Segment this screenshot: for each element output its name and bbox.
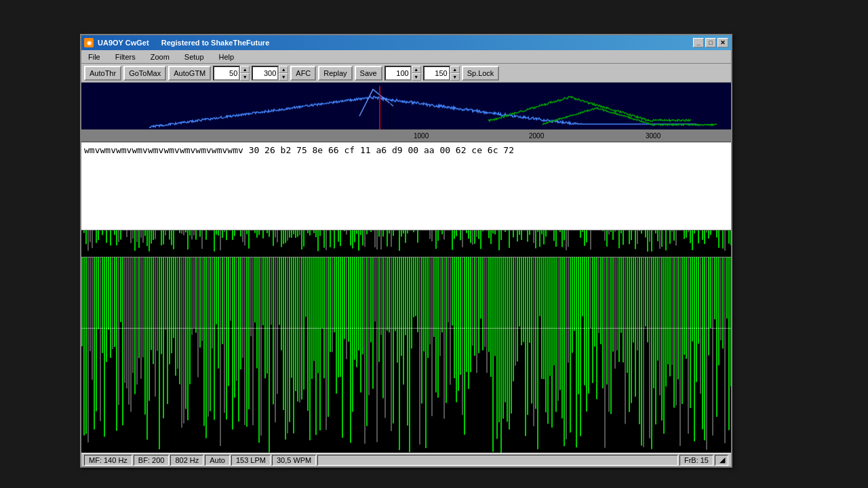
- status-lpm: 153 LPM: [231, 455, 271, 466]
- app-title: UA9OY CwGet: [98, 39, 149, 47]
- spinner2-arrows: ▲ ▼: [279, 66, 288, 81]
- menu-filters[interactable]: Filters: [111, 52, 140, 62]
- close-button[interactable]: ✕: [717, 38, 728, 47]
- toolbar: AutoThr GoToMax AutoGTM ▲ ▼ ▲ ▼ AFC Repl…: [81, 64, 731, 83]
- spinner4-down[interactable]: ▼: [450, 73, 460, 81]
- spinner1-group: ▲ ▼: [213, 66, 250, 81]
- spectrum-display[interactable]: [81, 83, 731, 130]
- spinner3-input[interactable]: [384, 66, 412, 81]
- app-subtitle: Registered to ShakeTheFuture: [161, 39, 270, 47]
- spinner2-up[interactable]: ▲: [279, 66, 288, 73]
- spinner4-arrows: ▲ ▼: [450, 66, 460, 81]
- menu-file[interactable]: File: [84, 52, 104, 62]
- spinner2-down[interactable]: ▼: [279, 73, 288, 81]
- spinner1-input[interactable]: [213, 66, 240, 81]
- autogtm-button[interactable]: AutoGTM: [168, 66, 211, 81]
- main-window: ◉ UA9OY CwGet Registered to ShakeTheFutu…: [80, 34, 732, 468]
- status-resize[interactable]: ◢: [715, 455, 728, 466]
- spinner4-group: ▲ ▼: [423, 66, 460, 81]
- freq-ruler: 1000 2000 3000: [81, 130, 731, 142]
- spinner2-group: ▲ ▼: [252, 66, 288, 81]
- autothr-button[interactable]: AutoThr: [84, 66, 121, 81]
- waterfall-canvas: [81, 230, 731, 453]
- spinner1-up[interactable]: ▲: [240, 66, 250, 73]
- status-wpm: 30,5 WPM: [272, 455, 316, 466]
- spinner3-up[interactable]: ▲: [412, 66, 421, 73]
- title-bar: ◉ UA9OY CwGet Registered to ShakeTheFutu…: [81, 35, 731, 50]
- replay-button[interactable]: Replay: [318, 66, 352, 81]
- spinner3-arrows: ▲ ▼: [412, 66, 421, 81]
- freq-label-2000: 2000: [529, 132, 544, 140]
- maximize-button[interactable]: □: [705, 38, 716, 47]
- spinner3-down[interactable]: ▼: [412, 73, 421, 81]
- status-mode: Auto: [205, 455, 230, 466]
- status-freq: 802 Hz: [170, 455, 203, 466]
- freq-label-3000: 3000: [646, 132, 660, 140]
- spectrum-canvas: [81, 83, 731, 129]
- spinner1-arrows: ▲ ▼: [240, 66, 250, 81]
- status-mf: MF: 140 Hz: [84, 455, 132, 466]
- spinner4-input[interactable]: [423, 66, 450, 81]
- decoded-text: wmvwmvwmvwmvwmvwmvwmvwmvwmvwmv 30 26 b2 …: [84, 145, 514, 155]
- spinner3-group: ▲ ▼: [384, 66, 421, 81]
- window-content: File Filters Zoom Setup Help AutoThr GoT…: [81, 50, 731, 466]
- menu-help[interactable]: Help: [215, 52, 239, 62]
- spinner4-up[interactable]: ▲: [450, 66, 460, 73]
- waterfall-display[interactable]: [81, 230, 731, 453]
- afc-button[interactable]: AFC: [290, 66, 316, 81]
- save-button[interactable]: Save: [355, 66, 382, 81]
- app-icon: ◉: [84, 38, 94, 47]
- title-bar-left: ◉ UA9OY CwGet Registered to ShakeTheFutu…: [84, 38, 269, 47]
- splock-button[interactable]: Sp.Lock: [462, 66, 500, 81]
- status-frb: FrB: 15: [679, 455, 713, 466]
- status-bf: BF: 200: [134, 455, 170, 466]
- decoded-text-area[interactable]: wmvwmvwmvwmvwmvwmvwmvwmvwmvwmv 30 26 b2 …: [81, 142, 731, 230]
- title-bar-controls: _ □ ✕: [693, 38, 728, 47]
- menu-setup[interactable]: Setup: [180, 52, 208, 62]
- gotomax-button[interactable]: GoToMax: [123, 66, 166, 81]
- menu-zoom[interactable]: Zoom: [146, 52, 174, 62]
- status-empty1: [317, 455, 678, 466]
- menu-bar: File Filters Zoom Setup Help: [81, 50, 731, 64]
- minimize-button[interactable]: _: [693, 38, 704, 47]
- freq-label-1000: 1000: [414, 132, 429, 140]
- status-bar: MF: 140 Hz BF: 200 802 Hz Auto 153 LPM 3…: [81, 453, 731, 466]
- spinner2-input[interactable]: [252, 66, 279, 81]
- spinner1-down[interactable]: ▼: [240, 73, 250, 81]
